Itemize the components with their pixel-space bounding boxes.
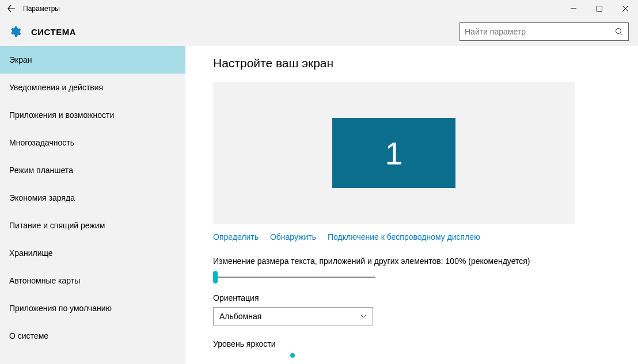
brightness-slider[interactable] bbox=[213, 353, 375, 358]
sidebar-item-storage[interactable]: Хранилище bbox=[0, 239, 185, 267]
monitor-number: 1 bbox=[385, 135, 402, 172]
title-bar: Параметры bbox=[0, 0, 638, 17]
header: СИСТЕМА bbox=[0, 17, 638, 46]
monitor-tile-1[interactable]: 1 bbox=[332, 118, 455, 188]
minimize-button[interactable] bbox=[560, 0, 586, 17]
body: Экран Уведомления и действия Приложения … bbox=[0, 46, 638, 364]
sidebar-item-label: Экономия заряда bbox=[9, 193, 75, 202]
header-category: СИСТЕМА bbox=[31, 27, 76, 37]
search-input[interactable] bbox=[465, 27, 614, 36]
back-button[interactable] bbox=[3, 0, 20, 17]
maximize-icon bbox=[597, 6, 602, 12]
sidebar-item-label: Уведомления и действия bbox=[9, 83, 103, 92]
slider-thumb[interactable] bbox=[213, 271, 218, 283]
sidebar-item-power-sleep[interactable]: Питание и спящий режим bbox=[0, 212, 185, 239]
identify-link[interactable]: Определить bbox=[213, 232, 259, 242]
orientation-label: Ориентация bbox=[213, 293, 624, 302]
sidebar-item-label: Экран bbox=[9, 55, 32, 64]
scale-slider[interactable] bbox=[213, 271, 375, 283]
brightness-label: Уровень яркости bbox=[213, 339, 624, 348]
sidebar-item-label: О системе bbox=[9, 331, 48, 340]
sidebar-item-offline-maps[interactable]: Автономные карты bbox=[0, 267, 185, 294]
display-links: Определить Обнаружить Подключение к бесп… bbox=[213, 232, 624, 242]
sidebar-item-label: Питание и спящий режим bbox=[9, 221, 105, 230]
sidebar-item-about[interactable]: О системе bbox=[0, 322, 185, 350]
minimize-icon bbox=[571, 6, 576, 12]
sidebar-item-label: Многозадачность bbox=[9, 138, 74, 147]
close-icon bbox=[622, 6, 628, 12]
sidebar-item-tablet-mode[interactable]: Режим планшета bbox=[0, 156, 185, 184]
gear-icon bbox=[8, 25, 22, 39]
sidebar-item-label: Приложения по умолчанию bbox=[9, 304, 112, 313]
page-title: Настройте ваш экран bbox=[213, 56, 624, 70]
sidebar-item-notifications[interactable]: Уведомления и действия bbox=[0, 74, 185, 101]
sidebar-item-label: Приложения и возможности bbox=[9, 110, 114, 120]
sidebar-item-apps-features[interactable]: Приложения и возможности bbox=[0, 101, 185, 129]
display-arrangement[interactable]: 1 bbox=[213, 82, 575, 224]
window-title: Параметры bbox=[23, 5, 60, 13]
scale-label: Изменение размера текста, приложений и д… bbox=[213, 256, 624, 266]
detect-link[interactable]: Обнаружить bbox=[270, 232, 316, 242]
svg-rect-1 bbox=[597, 6, 602, 12]
content: Настройте ваш экран 1 Определить Обнаруж… bbox=[185, 46, 638, 364]
orientation-value: Альбомная bbox=[219, 312, 360, 321]
sidebar-item-label: Режим планшета bbox=[9, 166, 73, 175]
brightness-thumb[interactable] bbox=[290, 353, 295, 358]
close-button[interactable] bbox=[612, 0, 638, 17]
svg-line-5 bbox=[621, 33, 623, 36]
maximize-button[interactable] bbox=[586, 0, 612, 17]
wireless-display-link[interactable]: Подключение к беспроводному дисплею bbox=[328, 232, 480, 242]
sidebar-item-label: Хранилище bbox=[9, 248, 53, 258]
search-icon bbox=[614, 27, 624, 36]
sidebar-item-multitasking[interactable]: Многозадачность bbox=[0, 129, 185, 156]
orientation-dropdown[interactable]: Альбомная bbox=[213, 307, 373, 325]
arrow-left-icon bbox=[7, 5, 16, 13]
svg-point-4 bbox=[616, 29, 621, 34]
sidebar-item-display[interactable]: Экран bbox=[0, 46, 185, 74]
chevron-down-icon bbox=[360, 313, 367, 320]
sidebar-item-battery-saver[interactable]: Экономия заряда bbox=[0, 184, 185, 212]
search-box[interactable] bbox=[459, 22, 629, 41]
slider-track bbox=[215, 277, 375, 278]
sidebar-item-label: Автономные карты bbox=[9, 276, 80, 285]
sidebar: Экран Уведомления и действия Приложения … bbox=[0, 46, 185, 364]
sidebar-item-default-apps[interactable]: Приложения по умолчанию bbox=[0, 294, 185, 322]
